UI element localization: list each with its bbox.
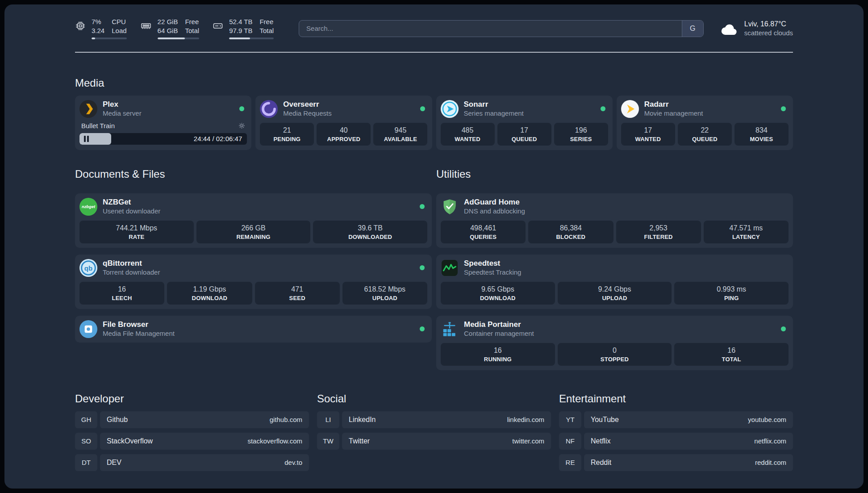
stat-value: 17	[623, 126, 673, 134]
svg-text:qb: qb	[84, 264, 92, 272]
cpu-label: CPU	[112, 18, 126, 25]
memory-free-label: Free	[185, 18, 199, 25]
stat-ping: 0.993 ms PING	[674, 282, 789, 305]
bookmark-name: YouTube	[591, 416, 619, 424]
bookmark-group-entertainment: Entertainment YT YouTube youtube.com NF …	[559, 393, 793, 476]
stat-stopped: 0 STOPPED	[558, 343, 672, 366]
search-input[interactable]	[299, 21, 682, 37]
hard-disk-icon	[213, 21, 223, 31]
search-provider-button[interactable]: G	[682, 21, 703, 37]
bookmark-abbr: TW	[317, 433, 339, 450]
card-overseerr[interactable]: Overseerr Media Requests 21 PENDING 40 A…	[255, 96, 432, 150]
stat-available: 945 AVAILABLE	[373, 123, 427, 146]
bookmark-stackoverflow[interactable]: SO StackOverflow stackoverflow.com	[75, 433, 309, 450]
card-portainer[interactable]: Media Portainer Container management 16 …	[436, 316, 793, 370]
speedtest-icon	[441, 259, 459, 277]
weather-location: Lviv, 16.87°C	[744, 20, 793, 28]
memory-total-label: Total	[185, 27, 199, 34]
bookmark-dev[interactable]: DT DEV dev.to	[75, 454, 309, 471]
stat-value: 16	[676, 347, 787, 355]
bookmark-linkedin[interactable]: LI LinkedIn linkedin.com	[317, 411, 551, 428]
stat-value: 39.6 TB	[315, 224, 426, 232]
memory-ram-icon	[140, 21, 152, 31]
stat-value: 744.21 Mbps	[81, 224, 192, 232]
documents-column: Documents & Files nzbget NZBGet Usenet d…	[75, 150, 432, 370]
stat-label: DOWNLOADED	[315, 234, 426, 240]
status-dot	[420, 326, 425, 331]
dashboard-panel: 7% 3.24 CPU Load 22 GiB 64 GiB	[4, 4, 864, 489]
plex-icon	[79, 100, 97, 118]
stat-label: AVAILABLE	[375, 136, 426, 142]
bookmark-name: DEV	[107, 459, 121, 467]
card-adguard[interactable]: AdGuard Home DNS and adblocking 498,461 …	[436, 193, 793, 248]
card-sonarr[interactable]: Sonarr Series management 485 WANTED 17 Q…	[436, 96, 613, 150]
card-plex[interactable]: Plex Media server Bullet Train 24:44 / 0…	[75, 96, 251, 150]
bookmark-netflix[interactable]: NF Netflix netflix.com	[559, 433, 793, 450]
stat-value: 16	[81, 285, 163, 293]
app-subtitle: Series management	[464, 109, 524, 117]
app-title: Sonarr	[464, 100, 524, 109]
card-filebrowser[interactable]: File Browser Media File Management	[75, 316, 432, 343]
bookmark-abbr: LI	[317, 411, 339, 428]
status-dot	[420, 265, 425, 270]
app-subtitle: Media Requests	[283, 109, 331, 117]
stat-value: 21	[262, 126, 312, 134]
portainer-icon	[441, 320, 459, 338]
bookmark-url: dev.to	[284, 459, 302, 466]
card-qbittorrent[interactable]: qb qBittorrent Torrent downloader 16 LEE…	[75, 255, 432, 309]
memory-progress-bar	[158, 38, 200, 39]
stat-value: 471	[257, 285, 338, 293]
stat-label: LEECH	[81, 295, 163, 301]
card-nzbget[interactable]: nzbget NZBGet Usenet downloader 744.21 M…	[75, 193, 432, 248]
stat-label: RATE	[81, 234, 192, 240]
radarr-icon	[621, 100, 639, 118]
overseerr-icon	[260, 100, 278, 118]
stat-total: 16 TOTAL	[674, 343, 789, 366]
stat-label: FILTERED	[618, 234, 699, 240]
stat-queries: 498,461 QUERIES	[441, 221, 526, 243]
middle-columns: Documents & Files nzbget NZBGet Usenet d…	[75, 150, 793, 370]
stat-running: 16 RUNNING	[441, 343, 555, 366]
app-subtitle: Media File Management	[103, 330, 175, 337]
memory-total-value: 64 GiB	[158, 27, 178, 34]
stat-label: UPLOAD	[344, 295, 426, 301]
stat-download: 9.65 Gbps DOWNLOAD	[441, 282, 555, 305]
stat-value: 618.52 Mbps	[344, 285, 426, 293]
stat-remaining: 266 GB REMAINING	[196, 221, 311, 243]
media-card-row: Plex Media server Bullet Train 24:44 / 0…	[75, 96, 793, 150]
weather-widget: Lviv, 16.87°C scattered clouds	[720, 20, 793, 37]
stat-value: 266 GB	[198, 224, 309, 232]
app-title: File Browser	[103, 321, 175, 329]
stat-label: STOPPED	[559, 356, 670, 363]
playback-time: 24:44 / 02:06:47	[194, 133, 242, 145]
app-subtitle: Container management	[464, 330, 534, 337]
app-title: AdGuard Home	[464, 198, 525, 207]
stat-download: 1.19 Gbps DOWNLOAD	[167, 282, 252, 305]
cpu-chip-icon	[75, 21, 86, 31]
disk-progress-bar	[229, 38, 274, 39]
gear-icon[interactable]	[238, 122, 245, 129]
app-subtitle: Usenet downloader	[103, 207, 160, 215]
bookmark-url: linkedin.com	[507, 416, 544, 423]
filebrowser-icon	[79, 320, 97, 338]
app-title: Overseerr	[283, 100, 331, 109]
stat-label: SEED	[257, 295, 338, 301]
stat-value: 196	[556, 126, 606, 134]
stat-leech: 16 LEECH	[79, 282, 164, 305]
qbittorrent-icon: qb	[79, 259, 97, 277]
bookmark-github[interactable]: GH Github github.com	[75, 411, 309, 428]
app-subtitle: Media server	[103, 109, 142, 117]
adguard-icon	[441, 198, 459, 216]
pause-icon[interactable]	[84, 136, 89, 142]
bookmark-twitter[interactable]: TW Twitter twitter.com	[317, 433, 551, 450]
bookmark-url: reddit.com	[755, 459, 786, 466]
bookmark-name: Reddit	[591, 459, 611, 467]
card-speedtest[interactable]: Speedtest Speedtest Tracking 9.65 Gbps D…	[436, 255, 793, 309]
bookmark-reddit[interactable]: RE Reddit reddit.com	[559, 454, 793, 471]
card-radarr[interactable]: Radarr Movie management 17 WANTED 22 QUE…	[617, 96, 793, 150]
bookmark-abbr: RE	[559, 454, 581, 471]
stat-value: 498,461	[442, 224, 524, 232]
bookmark-youtube[interactable]: YT YouTube youtube.com	[559, 411, 793, 428]
playback-progress-bar[interactable]: 24:44 / 02:06:47	[79, 133, 247, 145]
section-title-documents: Documents & Files	[75, 168, 432, 180]
